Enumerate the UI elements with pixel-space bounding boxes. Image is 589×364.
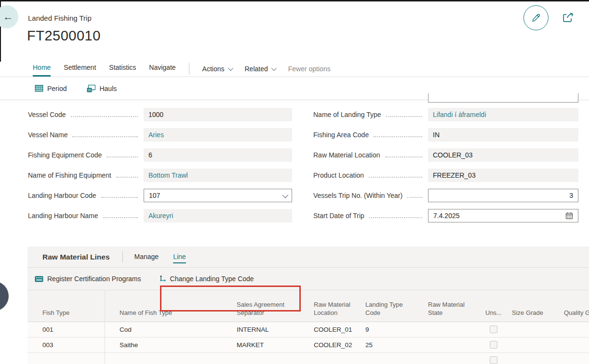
fishing-area-code-value[interactable]: IN — [428, 128, 578, 142]
dotted-leader — [71, 109, 138, 117]
tab-home[interactable]: Home — [33, 64, 51, 77]
cell-quality-grade[interactable] — [564, 353, 589, 364]
fewer-options-button[interactable]: Fewer options — [288, 65, 331, 77]
unselected-checkbox[interactable] — [490, 325, 497, 333]
cell-landing-type-code[interactable] — [365, 353, 414, 364]
cell-name-of-fish-type[interactable] — [120, 353, 233, 364]
cell-landing-type-code[interactable]: 25 — [365, 338, 414, 352]
cell-sales-agreement-separator[interactable] — [237, 353, 292, 364]
form-column-right: Name of Landing Type Lifandi í áframeldi… — [313, 108, 578, 229]
column-header-size-grade[interactable]: Size Grade — [512, 309, 558, 317]
cell-size-grade[interactable] — [512, 353, 558, 364]
clipped-field-input[interactable] — [428, 93, 578, 103]
dotted-leader — [107, 150, 138, 157]
vessel-name-link[interactable]: Aries — [144, 128, 292, 142]
cell-sales-agreement-separator[interactable]: MARKET — [237, 338, 292, 352]
field-raw-material-location: Raw Material Location COOLER_03 — [313, 148, 578, 162]
cell-landing-type-code[interactable]: 9 — [365, 322, 414, 337]
part-tab-manage[interactable]: Manage — [134, 251, 159, 263]
change-landing-type-code-button[interactable]: Change Landing Type Code — [159, 275, 254, 283]
table-row[interactable] — [27, 353, 589, 364]
table-row[interactable]: 001 Cod INTERNAL COOLER_01 9 — [27, 322, 589, 338]
column-header-quality-grade[interactable]: Quality Grade — [564, 309, 589, 317]
certification-icon — [35, 275, 43, 283]
raw-material-lines-part: Raw Material Lines Manage Line — [27, 247, 589, 364]
column-header-unselected[interactable]: Uns... — [485, 309, 507, 317]
cell-fish-type[interactable]: 001 — [42, 322, 98, 337]
unselected-checkbox[interactable] — [490, 341, 497, 349]
menu-actions[interactable]: Actions — [202, 65, 232, 77]
cell-quality-grade[interactable] — [564, 322, 589, 337]
back-button[interactable]: ← — [0, 5, 18, 28]
cell-fish-type[interactable]: 003 — [42, 338, 98, 352]
dotted-leader — [103, 210, 138, 218]
field-label: Vessel Code — [28, 111, 66, 118]
field-vessels-trip-no: Vessels Trip No. (Within Year) 3 — [313, 189, 578, 202]
part-toolbar: Register Certification Programs — [27, 268, 589, 290]
landing-harbour-code-combobox[interactable]: 107 — [144, 189, 292, 202]
start-date-input[interactable]: 7.4.2025 — [428, 209, 578, 222]
dotted-leader — [116, 170, 138, 178]
form-column-left: Vessel Code 1000 Vessel Name Aries Fishi… — [28, 108, 292, 229]
cell-raw-material-state[interactable] — [428, 338, 479, 352]
unselected-checkbox[interactable] — [490, 356, 497, 364]
dotted-leader — [101, 190, 138, 198]
arrow-left-icon: ← — [3, 11, 13, 23]
cell-raw-material-location[interactable]: COOLER_02 — [314, 338, 360, 352]
cell-size-grade[interactable] — [512, 338, 558, 352]
side-panel-handle[interactable] — [0, 281, 9, 311]
dotted-leader — [386, 109, 422, 117]
frozen-column-divider — [105, 290, 105, 364]
landing-harbour-code-value: 107 — [149, 192, 160, 199]
column-header-landing-type-code[interactable]: Landing Type Code — [365, 301, 414, 317]
column-header-name-of-fish-type[interactable]: Name of Fish Type — [120, 309, 233, 317]
field-label: Vessels Trip No. (Within Year) — [313, 192, 402, 199]
field-landing-harbour-name: Landing Harbour Name Akureyri — [28, 209, 292, 222]
edit-button[interactable] — [523, 5, 549, 30]
dotted-leader — [369, 210, 422, 218]
field-landing-harbour-code: Landing Harbour Code 107 — [28, 189, 292, 202]
field-label: Start Date of Trip — [313, 212, 364, 220]
cell-size-grade[interactable] — [512, 322, 558, 337]
share-button[interactable] — [561, 11, 575, 24]
cell-fish-type[interactable] — [42, 353, 98, 364]
column-header-raw-material-state[interactable]: Raw Material State — [428, 301, 479, 317]
period-button[interactable]: Period — [35, 85, 67, 92]
raw-material-location-value[interactable]: COOLER_03 — [428, 148, 578, 162]
menu-related[interactable]: Related — [245, 65, 275, 77]
cell-name-of-fish-type-link[interactable]: Cod — [120, 322, 233, 337]
register-certification-programs-button[interactable]: Register Certification Programs — [35, 275, 141, 283]
tab-statistics[interactable]: Statistics — [109, 64, 136, 77]
field-fishing-area-code: Fishing Area Code IN — [313, 128, 578, 142]
cell-raw-material-location[interactable] — [314, 353, 360, 364]
vessels-trip-no-input[interactable]: 3 — [428, 189, 578, 202]
tab-navigate[interactable]: Navigate — [149, 64, 175, 77]
hauls-button-label: Hauls — [99, 85, 117, 92]
field-label: Name of Fishing Equipment — [28, 171, 111, 179]
column-header-fish-type[interactable]: Fish Type — [42, 309, 98, 317]
column-header-raw-material-location[interactable]: Raw Material Location — [314, 301, 360, 317]
fishing-equipment-name-link[interactable]: Bottom Trawl — [144, 169, 292, 182]
field-label: Landing Harbour Code — [28, 192, 96, 199]
cell-quality-grade[interactable] — [564, 338, 589, 352]
chevron-down-icon[interactable] — [282, 192, 289, 198]
menu-related-label: Related — [245, 65, 268, 73]
product-location-value[interactable]: FREEZER_03 — [428, 169, 578, 182]
fishing-equipment-code-value[interactable]: 6 — [144, 148, 292, 162]
table-row[interactable]: 003 Saithe MARKET COOLER_02 25 — [27, 338, 589, 353]
tab-settlement[interactable]: Settlement — [64, 64, 96, 77]
cell-name-of-fish-type-link[interactable]: Saithe — [120, 338, 233, 352]
cell-raw-material-state[interactable] — [428, 322, 479, 337]
landing-harbour-name-link[interactable]: Akureyri — [144, 209, 292, 222]
calendar-icon[interactable] — [565, 212, 573, 220]
landing-type-name-link[interactable]: Lifandi í áframeldi — [428, 108, 578, 121]
change-landing-type-code-label: Change Landing Type Code — [170, 275, 254, 283]
vessel-code-value[interactable]: 1000 — [144, 108, 292, 121]
part-tab-line[interactable]: Line — [173, 251, 186, 263]
cell-raw-material-location[interactable]: COOLER_01 — [314, 322, 360, 337]
hauls-button[interactable]: Hauls — [87, 85, 117, 92]
cell-sales-agreement-separator[interactable]: INTERNAL — [237, 322, 292, 337]
table-header-row: Fish Type Name of Fish Type Sales Agreem… — [27, 290, 589, 322]
column-header-sales-agreement-separator[interactable]: Sales Agreement Separator — [237, 301, 292, 317]
cell-raw-material-state[interactable] — [428, 353, 479, 364]
